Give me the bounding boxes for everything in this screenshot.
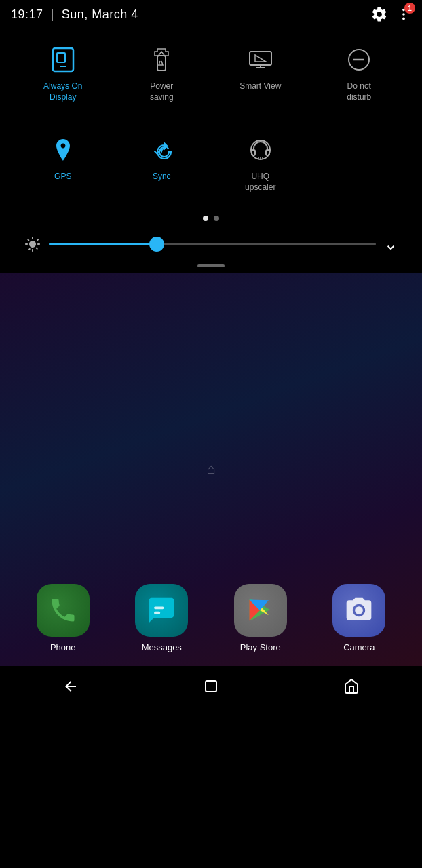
status-time: 19:17 | Sun, March 4 (11, 7, 138, 22)
brightness-row: ⌄ (14, 228, 408, 260)
svg-point-2 (402, 18, 405, 20)
play-store-label: Play Store (240, 642, 281, 652)
svg-rect-20 (206, 681, 216, 692)
app-camera[interactable]: Camera (332, 584, 385, 652)
qs-sync[interactable]: Sync (113, 125, 212, 202)
brightness-thumb[interactable] (149, 237, 164, 252)
drag-handle[interactable] (14, 260, 408, 273)
qs-always-on-display[interactable]: Always OnDisplay (14, 35, 113, 112)
camera-icon (332, 584, 385, 637)
svg-rect-6 (157, 56, 166, 71)
lock-icon: ⌂ (206, 460, 215, 478)
app-phone[interactable]: Phone (37, 584, 90, 652)
app-dock: Phone Messages (0, 573, 422, 666)
page-dots (14, 216, 408, 221)
qs-do-not-disturb[interactable]: Do notdisturb (310, 35, 409, 112)
page-dot-1 (203, 216, 208, 221)
app-messages[interactable]: Messages (135, 584, 188, 652)
home-screen: ⌂ Phone Messages (0, 273, 422, 666)
status-bar: 19:17 | Sun, March 4 1 (0, 0, 422, 28)
svg-rect-4 (57, 53, 65, 62)
svg-rect-18 (154, 607, 164, 610)
camera-label: Camera (343, 642, 375, 652)
notification-badge: 1 (404, 3, 415, 14)
quick-settings-panel: Always OnDisplay Powersaving (0, 28, 422, 273)
phone-icon (37, 584, 90, 637)
messages-icon (135, 584, 188, 637)
phone-label: Phone (50, 642, 76, 652)
status-right: 1 (370, 5, 411, 23)
brightness-slider[interactable] (49, 243, 376, 245)
svg-point-1 (402, 13, 405, 16)
overflow-menu[interactable]: 1 (396, 7, 411, 22)
back-button[interactable] (50, 673, 91, 700)
qs-gps[interactable]: GPS (14, 125, 113, 202)
expand-icon[interactable]: ⌄ (384, 235, 398, 254)
brightness-icon (24, 236, 41, 252)
qs-power-saving[interactable]: Powersaving (113, 35, 212, 112)
nav-bar (0, 666, 422, 707)
qs-smart-view[interactable]: Smart View (211, 35, 310, 112)
play-store-icon (234, 584, 287, 637)
svg-rect-19 (154, 612, 160, 614)
settings-icon[interactable] (370, 5, 388, 23)
recents-button[interactable] (191, 673, 231, 700)
messages-label: Messages (142, 642, 182, 652)
home-button[interactable] (331, 673, 372, 700)
qs-uhq-upscaler[interactable]: UHQupscaler (211, 125, 310, 202)
qs-row-2: GPS Sync (14, 125, 408, 202)
app-play-store[interactable]: Play Store (234, 584, 287, 652)
svg-rect-3 (53, 48, 73, 71)
qs-row-1: Always OnDisplay Powersaving (14, 35, 408, 112)
page-dot-2 (214, 216, 219, 221)
